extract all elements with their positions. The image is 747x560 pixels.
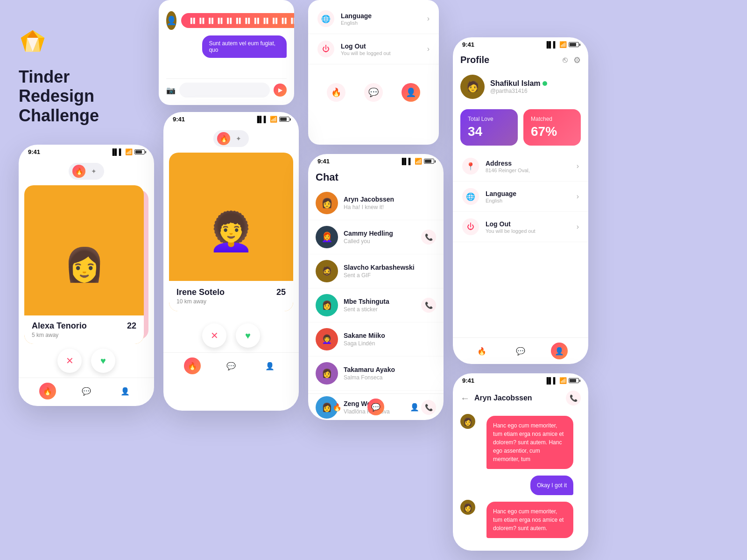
battery-5 xyxy=(569,42,579,47)
language-icon-wrap-5: 🌐 xyxy=(462,188,479,205)
nav-person-5[interactable]: 👤 xyxy=(551,343,568,359)
message-input[interactable] xyxy=(179,83,270,98)
profile-card-name: Irene Sotelo xyxy=(176,287,225,297)
chat-msg-mbe: Sent a sticker xyxy=(344,306,416,313)
avatar-mbe: 👩 xyxy=(316,294,338,316)
matched-label: Matched xyxy=(531,116,573,122)
logout-label: Log Out xyxy=(341,42,427,50)
phone-discovery: 9:41 ▐▌▌ 📶 🔥 ✦ 👩 Alexa Tenorio 5 km a xyxy=(19,145,154,406)
chat-name-aryn: Aryn Jacobssen xyxy=(344,196,436,203)
toggle-switch[interactable]: 🔥 ✦ xyxy=(69,163,104,180)
address-sub: 8146 Reinger Oval, xyxy=(486,168,577,173)
matched-card: Matched 67% xyxy=(523,109,581,146)
nav-fire-5[interactable]: 🔥 xyxy=(473,343,490,359)
nav-chat-icon[interactable]: 💬 xyxy=(364,83,383,102)
language-sub: English xyxy=(341,20,427,26)
nav-profile-icon[interactable]: 👤 xyxy=(402,83,420,102)
bubble-received-1: Hanc ego cum memoriter, tum etiam erga n… xyxy=(486,416,573,469)
bubble-sent-1: Okay I got it xyxy=(530,476,573,495)
nav-fire-4[interactable]: 🔥 xyxy=(329,399,345,415)
wifi-5: 📶 xyxy=(559,41,567,48)
profile-user-info: 🧑 Shafikul Islam @partha31416 xyxy=(453,70,588,104)
nav-person-2[interactable]: 👤 xyxy=(261,357,278,374)
dislike-button-2[interactable]: ✕ xyxy=(202,323,226,348)
call-button[interactable]: 📞 xyxy=(566,391,581,406)
call-action-cammy[interactable]: 📞 xyxy=(421,230,436,245)
chat-item-sakane[interactable]: 👩‍🦱 Sakane Miiko Saga Lindén xyxy=(308,322,444,357)
bubble-received-2: Hanc ego cum memoriter, tum etiam erga n… xyxy=(486,502,573,538)
signal-6: ▐▌▌ xyxy=(544,377,557,384)
card-name: Alexa Tenorio xyxy=(32,321,87,331)
toggle-star-2: ✦ xyxy=(232,132,245,145)
chat-list-title: Chat xyxy=(316,171,436,183)
profile-header: Profile ⎋ ⚙ xyxy=(453,50,588,70)
dislike-button[interactable]: ✕ xyxy=(57,349,82,373)
chat-item-takamaru[interactable]: 👩 Takamaru Ayako Salma Fonseca xyxy=(308,357,444,391)
nav-chat-2[interactable]: 💬 xyxy=(223,357,240,374)
wifi-2: 📶 xyxy=(270,116,277,123)
language-arrow: › xyxy=(427,14,430,23)
action-buttons-2: ✕ ♥ xyxy=(163,319,299,352)
logout-arrow: › xyxy=(427,45,430,53)
chat-list: 👩 Aryn Jacobssen Ha ha! I knew it! 👩‍🦰 C… xyxy=(308,186,444,420)
message-received-1: 👩 Hanc ego cum memoriter, tum etiam erga… xyxy=(453,414,588,471)
status-bar-5: 9:41 ▐▌▌ 📶 xyxy=(453,37,588,50)
nav-fire-icon[interactable]: 🔥 xyxy=(327,83,345,102)
chat-name-sakane: Sakane Miiko xyxy=(344,332,436,339)
chat-msg-sakane: Saga Lindén xyxy=(344,340,436,347)
card-stack: 👩 Alexa Tenorio 5 km away 22 xyxy=(24,185,148,344)
toggle-switch-2[interactable]: 🔥 ✦ xyxy=(213,130,249,147)
nav-chat-4[interactable]: 💬 xyxy=(367,399,384,415)
like-button[interactable]: ♥ xyxy=(91,349,115,373)
profile-handle: @partha31416 xyxy=(490,88,547,94)
logout-sub: You will be logged out xyxy=(341,50,427,56)
settings-logout-item[interactable]: ⏻ Log Out You will be logged out › xyxy=(308,34,439,64)
battery-6 xyxy=(569,378,579,383)
share-icon[interactable]: ⎋ xyxy=(563,55,568,65)
settings-address[interactable]: 📍 Address 8146 Reinger Oval, › xyxy=(453,151,588,182)
settings-icon[interactable]: ⚙ xyxy=(573,55,581,65)
call-action-mbe[interactable]: 📞 xyxy=(421,298,436,313)
nav-person-1[interactable]: 👤 xyxy=(117,383,134,399)
chat-item-slavcho[interactable]: 🧔 Slavcho Karbashewski Sent a GIF xyxy=(308,254,444,288)
camera-icon[interactable]: 📷 xyxy=(166,86,176,95)
nav-person-4[interactable]: 👤 xyxy=(406,399,423,415)
avatar-cammy: 👩‍🦰 xyxy=(316,226,338,248)
avatar-aryn: 👩 xyxy=(316,192,338,214)
card-front[interactable]: 👩 Alexa Tenorio 5 km away 22 xyxy=(24,185,144,344)
toggle-fire: 🔥 xyxy=(72,165,85,178)
send-button[interactable]: ▶ xyxy=(274,84,287,97)
bottom-nav-4: 🔥 💬 👤 xyxy=(308,393,444,420)
card-info: Alexa Tenorio 5 km away 22 xyxy=(24,315,144,344)
battery-2 xyxy=(279,117,289,122)
nav-fire-1[interactable]: 🔥 xyxy=(39,383,56,399)
chat-item-aryn[interactable]: 👩 Aryn Jacobssen Ha ha! I knew it! xyxy=(308,186,444,220)
chat-conv-header: ← Aryn Jacobssen 📞 xyxy=(453,386,588,410)
sender-avatar: 👤 xyxy=(166,11,176,30)
logout-icon-5: ⏻ xyxy=(467,223,474,231)
sent-bubble: Sunt autem vel eum fugiat, quo xyxy=(202,35,287,58)
signal-2: ▐▌▌ xyxy=(255,116,268,123)
settings-language-item[interactable]: 🌐 Language English › xyxy=(308,4,439,34)
time-6: 9:41 xyxy=(462,377,474,384)
chat-name-slavcho: Slavcho Karbashewski xyxy=(344,264,436,271)
settings-language-5[interactable]: 🌐 Language English › xyxy=(453,182,588,212)
language-icon-wrap: 🌐 xyxy=(317,10,334,27)
logout-sub-5: You will be logged out xyxy=(486,228,577,234)
settings-logout-5[interactable]: ⏻ Log Out You will be logged out › xyxy=(453,212,588,242)
time-1: 9:41 xyxy=(28,148,40,155)
nav-fire-2[interactable]: 🔥 xyxy=(184,357,201,374)
back-button[interactable]: ← xyxy=(460,393,470,404)
chat-name-mbe: Mbe Tshinguta xyxy=(344,298,416,305)
nav-chat-1[interactable]: 💬 xyxy=(78,383,95,399)
nav-chat-5[interactable]: 💬 xyxy=(512,343,529,359)
status-bar-6: 9:41 ▐▌▌ 📶 xyxy=(453,373,588,386)
avatar-slavcho: 🧔 xyxy=(316,260,338,282)
chat-item-cammy[interactable]: 👩‍🦰 Cammy Hedling Called you 📞 xyxy=(308,220,444,254)
like-button-2[interactable]: ♥ xyxy=(236,323,260,348)
time-4: 9:41 xyxy=(317,158,330,165)
profile-settings-list: 📍 Address 8146 Reinger Oval, › 🌐 Languag… xyxy=(453,151,588,242)
chat-msg-takamaru: Salma Fonseca xyxy=(344,374,436,381)
chat-item-mbe[interactable]: 👩 Mbe Tshinguta Sent a sticker 📞 xyxy=(308,288,444,322)
address-icon: 📍 xyxy=(466,162,475,171)
